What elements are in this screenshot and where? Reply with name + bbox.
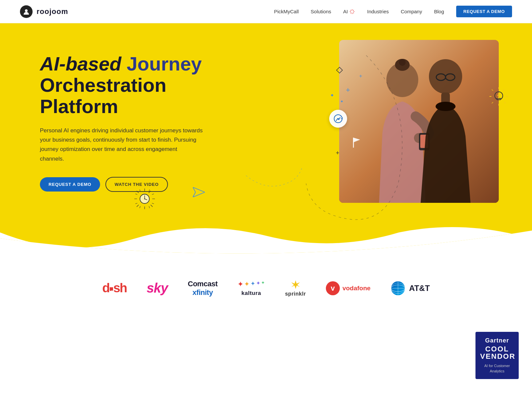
svg-marker-56 bbox=[193, 187, 205, 197]
deco-plus-1: + bbox=[346, 86, 350, 94]
svg-line-46 bbox=[135, 194, 137, 195]
nav-link-blog[interactable]: Blog bbox=[434, 9, 444, 14]
nav-link-solutions[interactable]: Solutions bbox=[311, 9, 331, 14]
hero-content: AI-based Journey Orchestration Platform … bbox=[40, 47, 233, 192]
logo-vodafone: v vodafone bbox=[326, 278, 370, 298]
logo-dish: d·sh bbox=[102, 278, 127, 298]
svg-line-49 bbox=[152, 203, 154, 204]
deco-dot-1: ◆ bbox=[331, 93, 333, 97]
logo-sprinklr: sprinklr bbox=[285, 278, 306, 298]
svg-line-44 bbox=[140, 190, 140, 192]
hero-wave-svg bbox=[0, 219, 532, 258]
hero-section: AI-based Journey Orchestration Platform … bbox=[0, 23, 532, 258]
logo-kaltura-text: kaltura bbox=[241, 290, 261, 297]
svg-point-20 bbox=[436, 102, 456, 111]
att-globe-icon bbox=[390, 281, 406, 296]
hero-title-journey: Journey bbox=[127, 53, 202, 74]
svg-line-40 bbox=[137, 191, 139, 193]
gartner-badge: Gartner COOL VENDOR AI for Customer Anal… bbox=[475, 332, 519, 379]
svg-line-32 bbox=[504, 102, 506, 103]
svg-line-45 bbox=[149, 190, 150, 192]
svg-point-22 bbox=[337, 118, 339, 119]
logo-sky: sky bbox=[147, 278, 168, 298]
gartner-vendor: VENDOR bbox=[480, 353, 514, 360]
svg-line-7 bbox=[353, 10, 354, 11]
nav-link-industries[interactable]: Industries bbox=[367, 9, 389, 14]
logo-kaltura: ✦ ✦ ✦ ✦ ✦ kaltura bbox=[237, 278, 265, 298]
nav-link-pickmy-call[interactable]: PickMyCall bbox=[274, 9, 299, 14]
logo-att: AT&T bbox=[390, 278, 430, 298]
svg-line-47 bbox=[135, 203, 137, 204]
deco-diamond-icon bbox=[336, 66, 343, 75]
deco-chart-icon bbox=[329, 110, 347, 128]
navbar-cta-button[interactable]: REQUEST A DEMO bbox=[456, 6, 512, 17]
hero-inner: AI-based Journey Orchestration Platform … bbox=[0, 23, 532, 232]
gartner-brand: Gartner bbox=[480, 337, 514, 344]
hero-title-ai: AI-based bbox=[40, 53, 127, 74]
deco-flag-icon bbox=[351, 136, 361, 150]
logos-section: d·sh sky Comcast xfinity ✦ ✦ ✦ ✦ ✦ bbox=[0, 258, 532, 325]
logo-sprinklr-text: sprinklr bbox=[285, 291, 306, 297]
svg-line-51 bbox=[149, 206, 150, 208]
svg-point-0 bbox=[25, 9, 28, 12]
navbar-links: PickMyCall Solutions AI Industries Compa… bbox=[274, 6, 512, 17]
svg-line-5 bbox=[350, 10, 351, 11]
hero-title-orchestration: Orchestration Platform bbox=[40, 74, 166, 117]
deco-clock-sunburst bbox=[133, 187, 156, 212]
logos-row: d·sh sky Comcast xfinity ✦ ✦ ✦ ✦ ✦ bbox=[33, 278, 499, 298]
svg-line-29 bbox=[492, 89, 493, 91]
svg-line-30 bbox=[503, 89, 504, 91]
deco-dot-2: ◆ bbox=[341, 100, 343, 103]
deco-plus-3: + bbox=[336, 150, 339, 157]
svg-line-48 bbox=[152, 194, 154, 195]
gartner-cool: COOL bbox=[480, 345, 514, 353]
logo-comcast: Comcast xfinity bbox=[188, 278, 217, 298]
svg-line-43 bbox=[151, 205, 153, 207]
svg-marker-35 bbox=[336, 67, 342, 73]
svg-line-6 bbox=[353, 12, 354, 13]
hero-title: AI-based Journey Orchestration Platform bbox=[40, 53, 233, 117]
logo-att-text: AT&T bbox=[409, 284, 430, 293]
svg-line-50 bbox=[140, 206, 140, 208]
gartner-desc: AI for Customer Analytics bbox=[480, 363, 514, 374]
svg-line-31 bbox=[492, 102, 493, 103]
svg-point-12 bbox=[399, 59, 406, 66]
logo-text: roojoom bbox=[37, 7, 68, 16]
nav-link-company[interactable]: Company bbox=[401, 9, 422, 14]
deco-plus-2: + bbox=[359, 73, 362, 79]
logo-avatar bbox=[20, 5, 33, 18]
nav-link-ai[interactable]: AI bbox=[343, 9, 355, 15]
sprinklr-icon-svg bbox=[290, 280, 301, 290]
hero-subtitle: Personal AI engines driving individual c… bbox=[40, 126, 203, 163]
svg-line-8 bbox=[350, 12, 351, 13]
navbar: roojoom PickMyCall Solutions AI Industri… bbox=[0, 0, 532, 23]
ai-sparkle-icon bbox=[349, 9, 355, 15]
hero-cta-button[interactable]: REQUEST A DEMO bbox=[40, 177, 100, 192]
deco-paper-plane bbox=[193, 187, 205, 199]
deco-lightbulb-icon bbox=[489, 86, 509, 108]
hero-image-area: + + + ◆ ◆ bbox=[326, 33, 512, 206]
svg-point-55 bbox=[144, 198, 145, 199]
navbar-logo-group: roojoom bbox=[20, 5, 68, 18]
logo-vodafone-text: vodafone bbox=[342, 285, 370, 292]
logo-sky-text: sky bbox=[147, 281, 168, 296]
hero-people-image bbox=[339, 40, 499, 203]
svg-line-42 bbox=[137, 205, 139, 207]
